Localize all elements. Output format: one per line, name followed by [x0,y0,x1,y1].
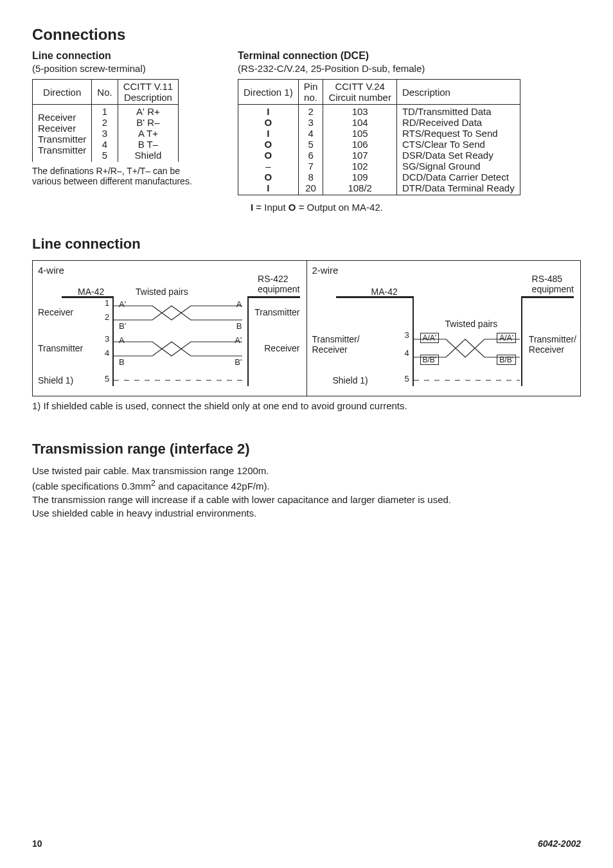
dia1-pin1: 1 [105,298,109,308]
t2-h-dir: Direction 1) [238,80,299,105]
dia1-pin3: 3 [105,334,109,344]
t2-r2-c: 105 [352,128,368,139]
trans-p2: (cable specifications 0.3mm2 and capacit… [32,479,581,492]
t1-col-ccitt: A' R+ B' R– A T+ B T– Shield [118,105,179,163]
t2-r2-d: I [267,128,269,139]
t2-r6-desc: DCD/Data Carrier Detect [402,172,509,182]
t1-r0-d: Receiver [38,112,76,123]
t2-r3-c: 106 [352,139,368,150]
terminal-table: Direction 1) Pin no. CCITT V.24 Circuit … [238,79,520,195]
t1-note-l1: The definations R+/R–, T+/T– can be [32,166,180,176]
t2-h-pin-l2: no. [304,92,317,103]
dia2-eq-l1: RS-485 [532,274,562,284]
trans-p2b: and capacitance 42pF/m). [155,481,270,492]
terminal-subtitle: (RS-232-C/V.24, 25-Position D-sub, femal… [238,63,581,74]
t2-r2-desc: RTS/Request To Send [402,128,498,139]
t1-r1-d: Receiver [38,123,76,134]
t2-r0-p: 2 [308,106,313,117]
t2-h-pin-l1: Pin [304,81,318,92]
dia2-tp: Twisted pairs [445,319,498,329]
t1-r2-d: Transmitter [38,134,86,145]
trans-p3: The transmission range will increase if … [32,494,581,505]
t2-h-pin: Pin no. [298,80,323,105]
t2-r1-desc: RD/Received Data [402,117,482,128]
doc-number: 6042-2002 [538,838,581,849]
dia2-txrx-r1: Transmitter/ [529,334,576,344]
dia2-txrx-r2: Receiver [529,344,564,355]
t2-r1-d: O [265,117,272,128]
t2-col-desc: TD/Transmitted Data RD/Received Data RTS… [396,105,520,195]
dia1-pin4: 4 [105,348,109,358]
t1-h-no: No. [92,80,118,105]
t2-r6-d: O [265,172,272,182]
t1-r0-n: 1 [102,106,107,117]
io-legend: I = Input O = Output on MA-42. [32,202,581,213]
page-footer: 10 6042-2002 [32,838,581,849]
dia1-rx-r: Transmitter [254,307,299,317]
dia2-ma: MA-42 [371,287,398,297]
t1-r3-n: 4 [102,139,107,150]
dia1-pin5: 5 [105,374,109,384]
dia1-pin2: 2 [105,312,109,322]
dia1-tx: Transmitter [38,343,83,353]
t1-r1-n: 2 [102,117,107,128]
t2-r4-c: 107 [352,150,368,161]
t2-h-ccitt-l2: Circuit number [328,92,391,103]
t2-col-dir: I O I O O – O I [238,105,299,195]
t2-r5-desc: SG/Signal Ground [402,161,481,172]
t2-r0-desc: TD/Transmitted Data [402,106,492,117]
t2-r2-p: 4 [308,128,313,139]
dia1-shield: Shield 1) [38,375,73,385]
t2-r4-d: O [265,150,272,161]
dia2-txrx-l2: Receiver [312,344,348,355]
t2-r1-c: 104 [352,117,368,128]
t1-h-ccitt: CCITT V.11 Description [118,80,179,105]
t1-r4-n: 5 [102,150,107,161]
trans-p1: Use twisted pair cable. Max transmission… [32,465,581,476]
t2-r0-c: 103 [352,106,368,117]
t2-r6-p: 8 [308,172,313,182]
t2-h-ccitt-l1: CCITT V.24 [335,81,385,92]
dia1-rx: Receiver [38,307,73,317]
line-connection-subtitle: (5-position screw-terminal) [32,63,225,74]
t1-r2-n: 3 [102,128,107,139]
t2-r7-desc: DTR/Data Terminal Ready [402,182,515,193]
t1-footnote: The definations R+/R–, T+/T– can be vari… [32,166,225,186]
t2-r7-c: 108/2 [348,182,372,193]
diagram-2wire: 2-wire MA-42 Twisted pairs RS-485 equipm… [306,261,581,396]
t2-r4-desc: DSR/Data Set Ready [402,150,493,161]
dia1-ma: MA-42 [78,287,104,297]
t1-h-direction: Direction [33,80,92,105]
dia1-eq-l2: equipment [258,284,299,294]
t2-r7-p: 20 [305,182,316,193]
t2-r3-d: O [265,139,272,150]
t2-r3-desc: CTS/Clear To Send [402,139,485,150]
t2-r3-p: 5 [308,139,313,150]
dia2-title: 2-wire [312,265,339,276]
t2-h-desc: Description [396,80,520,105]
dia2-pin5: 5 [405,374,409,384]
t2-r0-d: I [267,106,269,117]
dia2-pin3: 3 [405,330,409,340]
t1-r3-d: Transmitter [38,145,86,155]
t2-r5-c: 102 [352,161,368,172]
dia2-pin4: 4 [405,348,409,358]
dia1-title: 4-wire [38,265,64,276]
t1-r2-c: A T+ [138,128,158,139]
dia2-eq-l2: equipment [532,284,574,294]
dia1-eq-l1: RS-422 [258,274,288,284]
line-connection-diagrams: 4-wire MA-42 Twisted pairs RS-422 equipm… [32,260,581,396]
heading-transmission: Transmission range (interface 2) [32,441,581,457]
t2-col-pin: 2 3 4 5 6 7 8 20 [298,105,323,195]
t1-r0-c: A' R+ [136,106,160,117]
t1-h-ccitt-l1: CCITT V.11 [123,81,173,92]
t2-r5-d: – [265,161,271,172]
t1-col-dir: Receiver Receiver Transmitter Transmitte… [33,105,92,163]
io-legend-input: = Input [253,202,289,213]
t1-r1-c: B' R– [136,117,159,128]
t1-h-ccitt-l2: Description [124,92,172,103]
dia1-tx-r: Receiver [264,343,299,353]
t2-r7-d: I [267,182,269,193]
t2-r5-p: 7 [308,161,313,172]
diagram-4wire: 4-wire MA-42 Twisted pairs RS-422 equipm… [33,261,306,396]
